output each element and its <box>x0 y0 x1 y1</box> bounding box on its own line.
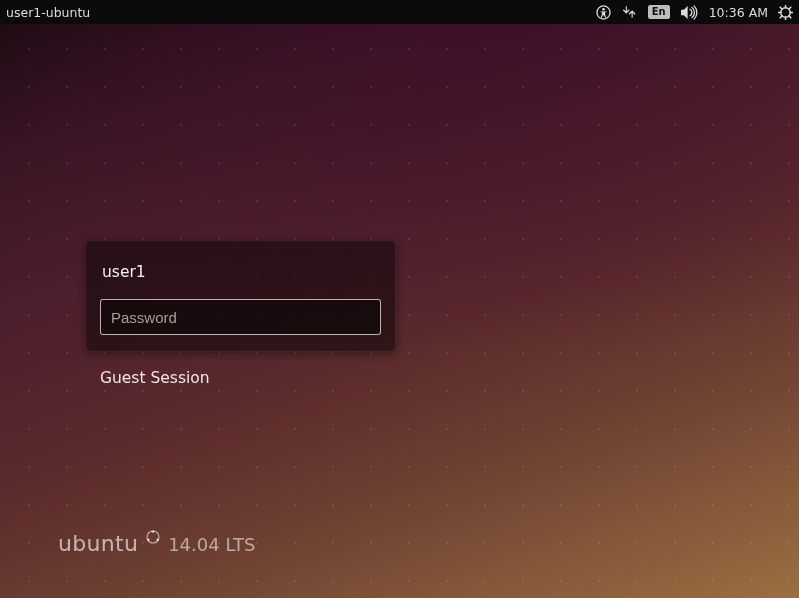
keyboard-language-indicator[interactable]: En <box>648 0 670 24</box>
password-input[interactable] <box>100 299 381 335</box>
ubuntu-branding: ubuntu 14.04 LTS <box>58 531 255 556</box>
guest-session-option[interactable]: Guest Session <box>100 369 210 387</box>
hostname-label: user1-ubuntu <box>6 5 90 20</box>
language-code: En <box>648 5 670 19</box>
svg-point-6 <box>147 538 150 541</box>
svg-point-5 <box>156 538 159 541</box>
clock-label: 10:36 AM <box>709 5 768 20</box>
network-icon[interactable] <box>621 0 638 24</box>
sound-icon[interactable] <box>680 0 699 24</box>
ubuntu-version: 14.04 LTS <box>168 534 255 555</box>
svg-point-1 <box>602 8 605 11</box>
selected-username[interactable]: user1 <box>100 259 381 299</box>
top-panel: user1-ubuntu En 10:36 AM <box>0 0 799 24</box>
ubuntu-wordmark: ubuntu <box>58 531 138 556</box>
accessibility-icon[interactable] <box>596 0 611 24</box>
login-box: user1 <box>85 240 396 352</box>
svg-point-4 <box>152 530 155 533</box>
session-indicator-icon[interactable] <box>778 0 793 24</box>
ubuntu-logo-icon <box>146 530 160 544</box>
